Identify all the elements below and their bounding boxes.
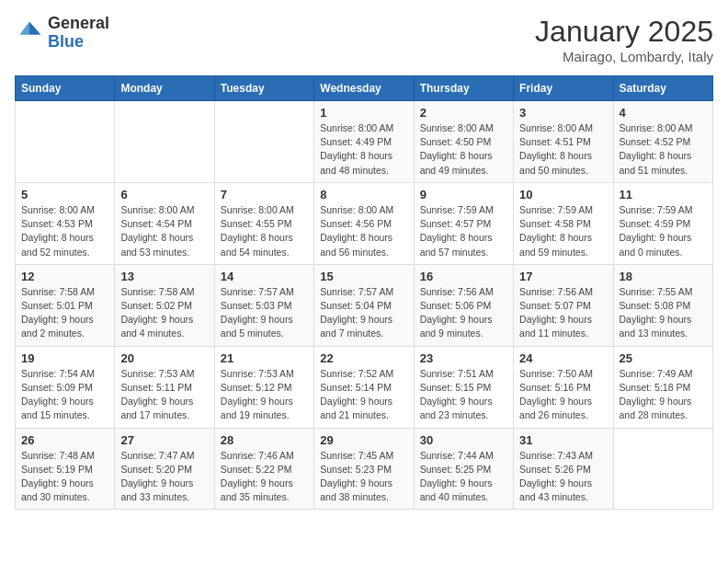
- calendar-day-cell: 27Sunrise: 7:47 AM Sunset: 5:20 PM Dayli…: [115, 428, 214, 510]
- calendar-day-cell: 1Sunrise: 8:00 AM Sunset: 4:49 PM Daylig…: [314, 101, 414, 183]
- day-number: 13: [120, 270, 208, 283]
- weekday-header: Tuesday: [214, 76, 313, 101]
- calendar-day-cell: 13Sunrise: 7:58 AM Sunset: 5:02 PM Dayli…: [115, 264, 214, 346]
- calendar-day-cell: 30Sunrise: 7:44 AM Sunset: 5:25 PM Dayli…: [414, 428, 513, 510]
- day-info: Sunrise: 7:58 AM Sunset: 5:01 PM Dayligh…: [21, 285, 108, 341]
- day-number: 9: [420, 188, 507, 201]
- calendar-day-cell: 23Sunrise: 7:51 AM Sunset: 5:15 PM Dayli…: [414, 346, 513, 428]
- day-number: 6: [120, 188, 208, 201]
- day-number: 3: [519, 106, 607, 120]
- page-header: General Blue January 2025 Mairago, Lomba…: [15, 15, 713, 64]
- calendar-table: SundayMondayTuesdayWednesdayThursdayFrid…: [15, 75, 713, 510]
- day-info: Sunrise: 7:50 AM Sunset: 5:16 PM Dayligh…: [519, 367, 607, 423]
- day-number: 23: [420, 351, 507, 365]
- calendar-day-cell: 4Sunrise: 8:00 AM Sunset: 4:52 PM Daylig…: [613, 101, 712, 183]
- calendar-day-cell: 10Sunrise: 7:59 AM Sunset: 4:58 PM Dayli…: [514, 182, 613, 264]
- day-number: 31: [519, 433, 607, 447]
- day-number: 25: [620, 351, 707, 365]
- calendar-day-cell: 19Sunrise: 7:54 AM Sunset: 5:09 PM Dayli…: [16, 346, 115, 428]
- calendar-day-cell: 24Sunrise: 7:50 AM Sunset: 5:16 PM Dayli…: [514, 346, 613, 428]
- day-info: Sunrise: 7:44 AM Sunset: 5:25 PM Dayligh…: [420, 449, 507, 505]
- calendar-day-cell: [214, 101, 313, 183]
- day-info: Sunrise: 7:45 AM Sunset: 5:23 PM Dayligh…: [320, 449, 407, 505]
- day-info: Sunrise: 7:56 AM Sunset: 5:06 PM Dayligh…: [420, 285, 507, 341]
- calendar-day-cell: 8Sunrise: 8:00 AM Sunset: 4:56 PM Daylig…: [314, 182, 414, 264]
- calendar-day-cell: 29Sunrise: 7:45 AM Sunset: 5:23 PM Dayli…: [314, 428, 414, 510]
- day-number: 17: [519, 270, 607, 283]
- calendar-week-row: 5Sunrise: 8:00 AM Sunset: 4:53 PM Daylig…: [16, 182, 713, 264]
- day-info: Sunrise: 8:00 AM Sunset: 4:55 PM Dayligh…: [221, 203, 308, 259]
- day-info: Sunrise: 7:48 AM Sunset: 5:19 PM Dayligh…: [21, 449, 108, 505]
- logo-icon: [15, 18, 44, 48]
- day-info: Sunrise: 8:00 AM Sunset: 4:54 PM Dayligh…: [120, 203, 208, 259]
- calendar-day-cell: [16, 101, 115, 183]
- calendar-day-cell: 26Sunrise: 7:48 AM Sunset: 5:19 PM Dayli…: [16, 428, 115, 510]
- calendar-day-cell: 6Sunrise: 8:00 AM Sunset: 4:54 PM Daylig…: [115, 182, 214, 264]
- day-info: Sunrise: 7:55 AM Sunset: 5:08 PM Dayligh…: [620, 285, 707, 341]
- day-number: 27: [120, 433, 208, 447]
- day-info: Sunrise: 7:46 AM Sunset: 5:22 PM Dayligh…: [221, 449, 308, 505]
- day-number: 5: [21, 188, 108, 201]
- day-info: Sunrise: 7:43 AM Sunset: 5:26 PM Dayligh…: [519, 449, 607, 505]
- day-info: Sunrise: 8:00 AM Sunset: 4:49 PM Dayligh…: [320, 121, 407, 178]
- location: Mairago, Lombardy, Italy: [535, 49, 713, 64]
- day-info: Sunrise: 8:00 AM Sunset: 4:52 PM Dayligh…: [620, 121, 707, 178]
- day-info: Sunrise: 7:59 AM Sunset: 4:57 PM Dayligh…: [420, 203, 507, 259]
- calendar-day-cell: 5Sunrise: 8:00 AM Sunset: 4:53 PM Daylig…: [16, 182, 115, 264]
- day-info: Sunrise: 8:00 AM Sunset: 4:50 PM Dayligh…: [420, 121, 507, 178]
- calendar-day-cell: 18Sunrise: 7:55 AM Sunset: 5:08 PM Dayli…: [613, 264, 712, 346]
- day-info: Sunrise: 7:51 AM Sunset: 5:15 PM Dayligh…: [420, 367, 507, 423]
- weekday-header-row: SundayMondayTuesdayWednesdayThursdayFrid…: [16, 76, 713, 101]
- day-number: 12: [21, 270, 108, 283]
- calendar-day-cell: 7Sunrise: 8:00 AM Sunset: 4:55 PM Daylig…: [214, 182, 313, 264]
- calendar-day-cell: [613, 428, 712, 510]
- day-number: 28: [221, 433, 308, 447]
- day-info: Sunrise: 7:52 AM Sunset: 5:14 PM Dayligh…: [320, 367, 407, 423]
- day-number: 2: [420, 106, 507, 120]
- day-number: 29: [320, 433, 407, 447]
- day-info: Sunrise: 7:53 AM Sunset: 5:12 PM Dayligh…: [221, 367, 308, 423]
- day-info: Sunrise: 7:57 AM Sunset: 5:03 PM Dayligh…: [221, 285, 308, 341]
- day-number: 4: [620, 106, 707, 120]
- logo-general: General: [48, 14, 109, 32]
- day-number: 14: [221, 270, 308, 283]
- calendar-day-cell: 16Sunrise: 7:56 AM Sunset: 5:06 PM Dayli…: [414, 264, 513, 346]
- calendar-day-cell: 28Sunrise: 7:46 AM Sunset: 5:22 PM Dayli…: [214, 428, 313, 510]
- day-info: Sunrise: 7:59 AM Sunset: 4:59 PM Dayligh…: [620, 203, 707, 259]
- day-number: 30: [420, 433, 507, 447]
- day-info: Sunrise: 7:58 AM Sunset: 5:02 PM Dayligh…: [120, 285, 208, 341]
- day-number: 15: [320, 270, 407, 283]
- logo: General Blue: [15, 15, 109, 52]
- day-info: Sunrise: 7:57 AM Sunset: 5:04 PM Dayligh…: [320, 285, 407, 341]
- calendar-week-row: 19Sunrise: 7:54 AM Sunset: 5:09 PM Dayli…: [16, 346, 713, 428]
- weekday-header: Saturday: [613, 76, 712, 101]
- calendar-day-cell: 31Sunrise: 7:43 AM Sunset: 5:26 PM Dayli…: [514, 428, 613, 510]
- calendar-day-cell: 2Sunrise: 8:00 AM Sunset: 4:50 PM Daylig…: [414, 101, 513, 183]
- day-info: Sunrise: 8:00 AM Sunset: 4:51 PM Dayligh…: [519, 121, 607, 178]
- title-block: January 2025 Mairago, Lombardy, Italy: [535, 15, 713, 64]
- day-number: 21: [221, 351, 308, 365]
- day-info: Sunrise: 7:59 AM Sunset: 4:58 PM Dayligh…: [519, 203, 607, 259]
- calendar-day-cell: 3Sunrise: 8:00 AM Sunset: 4:51 PM Daylig…: [514, 101, 613, 183]
- day-info: Sunrise: 7:56 AM Sunset: 5:07 PM Dayligh…: [519, 285, 607, 341]
- calendar-day-cell: 12Sunrise: 7:58 AM Sunset: 5:01 PM Dayli…: [16, 264, 115, 346]
- calendar-day-cell: 17Sunrise: 7:56 AM Sunset: 5:07 PM Dayli…: [514, 264, 613, 346]
- calendar-day-cell: 9Sunrise: 7:59 AM Sunset: 4:57 PM Daylig…: [414, 182, 513, 264]
- calendar-week-row: 12Sunrise: 7:58 AM Sunset: 5:01 PM Dayli…: [16, 264, 713, 346]
- day-number: 19: [21, 351, 108, 365]
- month-year: January 2025: [535, 15, 713, 49]
- day-info: Sunrise: 7:49 AM Sunset: 5:18 PM Dayligh…: [620, 367, 707, 423]
- day-number: 10: [519, 188, 607, 201]
- calendar-day-cell: 15Sunrise: 7:57 AM Sunset: 5:04 PM Dayli…: [314, 264, 414, 346]
- calendar-week-row: 26Sunrise: 7:48 AM Sunset: 5:19 PM Dayli…: [16, 428, 713, 510]
- logo-blue: Blue: [48, 32, 84, 51]
- weekday-header: Thursday: [414, 76, 513, 101]
- day-number: 1: [320, 106, 407, 120]
- calendar-day-cell: 20Sunrise: 7:53 AM Sunset: 5:11 PM Dayli…: [115, 346, 214, 428]
- calendar-day-cell: 25Sunrise: 7:49 AM Sunset: 5:18 PM Dayli…: [613, 346, 712, 428]
- weekday-header: Monday: [115, 76, 214, 101]
- weekday-header: Friday: [514, 76, 613, 101]
- weekday-header: Wednesday: [314, 76, 414, 101]
- day-number: 7: [221, 188, 308, 201]
- calendar-day-cell: 22Sunrise: 7:52 AM Sunset: 5:14 PM Dayli…: [314, 346, 414, 428]
